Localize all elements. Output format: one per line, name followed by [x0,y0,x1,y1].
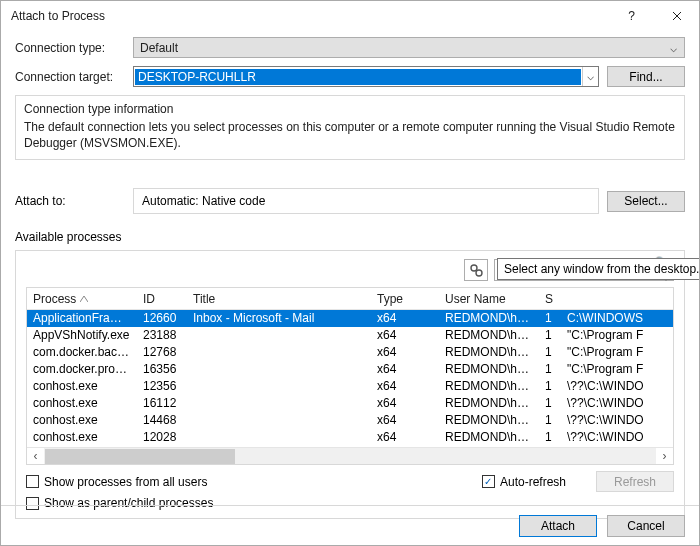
checkbox-box [482,475,495,488]
dialog-footer: Attach Cancel [1,505,699,545]
attach-to-value: Automatic: Native code [133,188,599,214]
horizontal-scrollbar[interactable]: ‹ › [27,447,673,464]
table-row[interactable]: conhost.exe16112x64REDMOND\hahole1\??\C:… [27,395,673,412]
table-header: Process ID Title Type User Name S [27,288,673,310]
svg-point-0 [471,265,477,271]
table-cell: com.docker.proxy.exe [27,361,137,378]
table-cell: com.docker.backend... [27,344,137,361]
table-cell: \??\C:\WINDO [561,429,673,446]
chevron-down-icon: ⌵ [666,41,680,55]
table-cell: 1 [539,344,561,361]
auto-refresh-label: Auto-refresh [500,475,566,489]
select-button[interactable]: Select... [607,191,685,212]
connection-type-label: Connection type: [15,41,133,55]
table-cell: "C:\Program F [561,361,673,378]
connection-target-combo[interactable]: DESKTOP-RCUHLLR ⌵ [133,66,599,87]
table-cell: 23188 [137,327,187,344]
checkbox-box [26,475,39,488]
show-all-users-checkbox[interactable]: Show processes from all users [26,475,207,489]
cancel-button[interactable]: Cancel [607,515,685,537]
window-title: Attach to Process [11,9,609,23]
sort-asc-icon [80,296,88,302]
table-cell: 16356 [137,361,187,378]
connection-type-value: Default [140,41,666,55]
table-cell: conhost.exe [27,412,137,429]
auto-refresh-checkbox[interactable]: Auto-refresh [482,475,566,489]
col-user[interactable]: User Name [439,292,539,306]
process-table: Process ID Title Type User Name S Applic… [26,287,674,465]
connection-target-label: Connection target: [15,70,133,84]
table-body: ApplicationFrameHo...12660Inbox - Micros… [27,310,673,447]
table-cell: x64 [371,310,439,327]
table-cell: x64 [371,395,439,412]
close-button[interactable] [654,1,699,31]
chevron-down-icon: ⌵ [582,67,598,86]
table-cell: AppVShNotify.exe [27,327,137,344]
scroll-left-icon[interactable]: ‹ [27,448,44,465]
table-cell: x64 [371,344,439,361]
help-button[interactable]: ? [609,1,654,31]
table-row[interactable]: com.docker.proxy.exe16356x64REDMOND\haho… [27,361,673,378]
table-cell: 1 [539,378,561,395]
table-cell: REDMOND\hahole [439,361,539,378]
show-all-users-label: Show processes from all users [44,475,207,489]
table-cell: 12356 [137,378,187,395]
connection-target-value: DESKTOP-RCUHLLR [135,69,581,85]
table-cell: 12660 [137,310,187,327]
table-cell: conhost.exe [27,429,137,446]
table-cell: REDMOND\hahole [439,395,539,412]
table-cell: REDMOND\hahole [439,327,539,344]
info-header: Connection type information [24,102,676,116]
svg-point-1 [476,270,482,276]
table-cell: REDMOND\hahole [439,310,539,327]
col-process[interactable]: Process [27,292,137,306]
tooltip: Select any window from the desktop. [497,258,700,280]
titlebar: Attach to Process ? [1,1,699,31]
table-row[interactable]: conhost.exe12028x64REDMOND\hahole1\??\C:… [27,429,673,446]
table-cell: REDMOND\hahole [439,344,539,361]
processes-panel: Filter processes 🔍▾ Process ID Title Typ… [15,250,685,519]
select-window-button[interactable] [464,259,488,281]
table-cell: x64 [371,412,439,429]
table-cell: 1 [539,310,561,327]
table-row[interactable]: ApplicationFrameHo...12660Inbox - Micros… [27,310,673,327]
table-cell: 14468 [137,412,187,429]
col-id[interactable]: ID [137,292,187,306]
table-cell: x64 [371,327,439,344]
table-cell: REDMOND\hahole [439,378,539,395]
table-cell: x64 [371,378,439,395]
table-cell: "C:\Program F [561,344,673,361]
connection-type-info: Connection type information The default … [15,95,685,160]
table-cell: ApplicationFrameHo... [27,310,137,327]
table-cell: C:\WINDOWS [561,310,673,327]
attach-button[interactable]: Attach [519,515,597,537]
table-cell: 16112 [137,395,187,412]
table-cell: \??\C:\WINDO [561,378,673,395]
table-cell: REDMOND\hahole [439,412,539,429]
col-title[interactable]: Title [187,292,371,306]
table-cell: 12028 [137,429,187,446]
table-row[interactable]: conhost.exe12356x64REDMOND\hahole1\??\C:… [27,378,673,395]
col-type[interactable]: Type [371,292,439,306]
table-cell: x64 [371,361,439,378]
table-cell: REDMOND\hahole [439,429,539,446]
table-row[interactable]: AppVShNotify.exe23188x64REDMOND\hahole1"… [27,327,673,344]
connection-type-combo[interactable]: Default ⌵ [133,37,685,58]
scroll-thumb[interactable] [45,449,235,464]
col-session[interactable]: S [539,292,561,306]
table-row[interactable]: conhost.exe14468x64REDMOND\hahole1\??\C:… [27,412,673,429]
find-button[interactable]: Find... [607,66,685,87]
crosshair-icon [469,263,483,277]
attach-to-label: Attach to: [15,194,133,208]
table-cell: x64 [371,429,439,446]
table-cell: 1 [539,429,561,446]
table-row[interactable]: com.docker.backend...12768x64REDMOND\hah… [27,344,673,361]
table-cell: 1 [539,361,561,378]
close-icon [672,11,682,21]
table-cell: Inbox - Microsoft - Mail [187,310,371,327]
scroll-right-icon[interactable]: › [656,448,673,465]
table-cell: \??\C:\WINDO [561,395,673,412]
table-cell: conhost.exe [27,395,137,412]
scroll-track[interactable] [44,448,656,465]
table-cell: 1 [539,395,561,412]
